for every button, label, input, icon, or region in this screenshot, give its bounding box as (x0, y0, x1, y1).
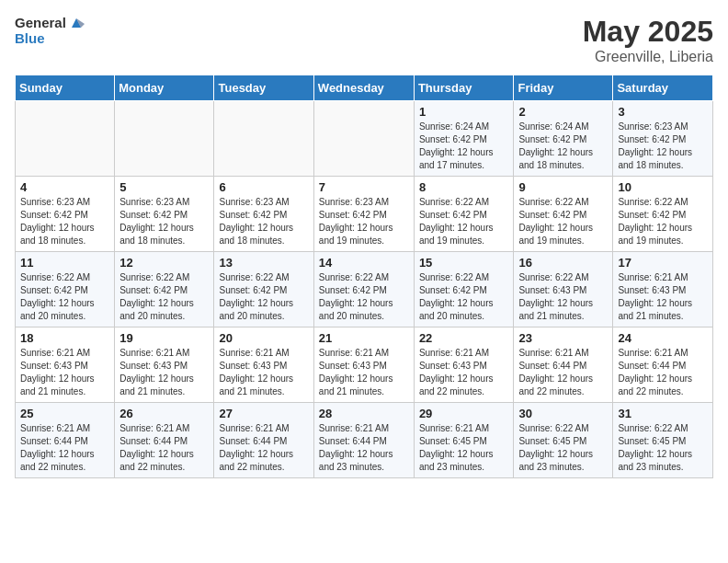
day-number: 29 (419, 407, 509, 420)
calendar-day-cell: 8Sunrise: 6:22 AM Sunset: 6:42 PM Daylig… (414, 177, 514, 252)
day-number: 30 (518, 407, 608, 420)
day-info: Sunrise: 6:22 AM Sunset: 6:42 PM Dayligh… (419, 271, 509, 323)
day-number: 12 (119, 256, 209, 270)
calendar-day-cell: 28Sunrise: 6:21 AM Sunset: 6:44 PM Dayli… (313, 403, 414, 478)
calendar-week-row: 18Sunrise: 6:21 AM Sunset: 6:43 PM Dayli… (16, 327, 713, 403)
day-info: Sunrise: 6:21 AM Sunset: 6:43 PM Dayligh… (419, 347, 509, 398)
logo-blue: Blue (15, 31, 85, 47)
day-info: Sunrise: 6:21 AM Sunset: 6:43 PM Dayligh… (618, 271, 708, 323)
day-number: 10 (618, 180, 708, 194)
day-info: Sunrise: 6:22 AM Sunset: 6:42 PM Dayligh… (518, 196, 608, 247)
day-number: 11 (20, 256, 109, 270)
calendar-week-row: 11Sunrise: 6:22 AM Sunset: 6:42 PM Dayli… (16, 252, 713, 327)
calendar-day-cell: 14Sunrise: 6:22 AM Sunset: 6:42 PM Dayli… (313, 252, 414, 327)
day-info: Sunrise: 6:21 AM Sunset: 6:43 PM Dayligh… (20, 347, 109, 398)
day-info: Sunrise: 6:22 AM Sunset: 6:45 PM Dayligh… (618, 422, 708, 474)
calendar-day-cell: 19Sunrise: 6:21 AM Sunset: 6:43 PM Dayli… (115, 327, 214, 403)
day-number: 28 (319, 407, 409, 420)
calendar-day-cell (313, 101, 414, 177)
calendar-day-cell: 10Sunrise: 6:22 AM Sunset: 6:42 PM Dayli… (613, 177, 713, 252)
weekday-header-row: SundayMondayTuesdayWednesdayThursdayFrid… (16, 75, 713, 101)
day-number: 25 (20, 407, 109, 420)
calendar-table: SundayMondayTuesdayWednesdayThursdayFrid… (15, 75, 713, 478)
day-info: Sunrise: 6:24 AM Sunset: 6:42 PM Dayligh… (419, 121, 509, 172)
day-number: 21 (319, 331, 409, 345)
day-info: Sunrise: 6:21 AM Sunset: 6:44 PM Dayligh… (319, 422, 409, 474)
weekday-header-cell: Sunday (16, 75, 115, 101)
logo-triangle-icon (68, 15, 85, 31)
calendar-day-cell: 11Sunrise: 6:22 AM Sunset: 6:42 PM Dayli… (16, 252, 115, 327)
day-info: Sunrise: 6:23 AM Sunset: 6:42 PM Dayligh… (119, 196, 209, 247)
month-year-title: May 2025 (583, 15, 713, 49)
calendar-day-cell: 31Sunrise: 6:22 AM Sunset: 6:45 PM Dayli… (613, 403, 713, 478)
day-info: Sunrise: 6:22 AM Sunset: 6:42 PM Dayligh… (419, 196, 509, 247)
day-number: 5 (119, 180, 209, 194)
calendar-day-cell: 15Sunrise: 6:22 AM Sunset: 6:42 PM Dayli… (414, 252, 514, 327)
day-number: 3 (618, 105, 708, 119)
calendar-day-cell (214, 101, 313, 177)
day-number: 14 (319, 256, 409, 270)
calendar-day-cell: 18Sunrise: 6:21 AM Sunset: 6:43 PM Dayli… (16, 327, 115, 403)
day-number: 9 (518, 180, 608, 194)
day-info: Sunrise: 6:21 AM Sunset: 6:44 PM Dayligh… (618, 347, 708, 398)
day-number: 19 (119, 331, 209, 345)
day-info: Sunrise: 6:23 AM Sunset: 6:42 PM Dayligh… (618, 121, 708, 172)
logo-general: General (15, 16, 66, 31)
weekday-header-cell: Tuesday (214, 75, 313, 101)
day-number: 27 (219, 407, 308, 420)
day-number: 16 (518, 256, 608, 270)
day-info: Sunrise: 6:21 AM Sunset: 6:43 PM Dayligh… (219, 347, 308, 398)
calendar-day-cell: 9Sunrise: 6:22 AM Sunset: 6:42 PM Daylig… (514, 177, 613, 252)
day-number: 15 (419, 256, 509, 270)
page-header: General Blue May 2025 Greenville, Liberi… (15, 15, 713, 65)
day-number: 26 (119, 407, 209, 420)
calendar-day-cell: 26Sunrise: 6:21 AM Sunset: 6:44 PM Dayli… (115, 403, 214, 478)
day-info: Sunrise: 6:22 AM Sunset: 6:43 PM Dayligh… (518, 271, 608, 323)
weekday-header-cell: Monday (115, 75, 214, 101)
title-block: May 2025 Greenville, Liberia (583, 15, 713, 65)
calendar-day-cell: 23Sunrise: 6:21 AM Sunset: 6:44 PM Dayli… (514, 327, 613, 403)
calendar-day-cell: 4Sunrise: 6:23 AM Sunset: 6:42 PM Daylig… (16, 177, 115, 252)
calendar-day-cell: 1Sunrise: 6:24 AM Sunset: 6:42 PM Daylig… (414, 101, 514, 177)
calendar-day-cell: 21Sunrise: 6:21 AM Sunset: 6:43 PM Dayli… (313, 327, 414, 403)
day-info: Sunrise: 6:22 AM Sunset: 6:42 PM Dayligh… (319, 271, 409, 323)
day-number: 18 (20, 331, 109, 345)
day-info: Sunrise: 6:22 AM Sunset: 6:45 PM Dayligh… (518, 422, 608, 474)
logo-text: General Blue (15, 15, 85, 47)
day-number: 24 (618, 331, 708, 345)
day-number: 1 (419, 105, 509, 119)
calendar-body: 1Sunrise: 6:24 AM Sunset: 6:42 PM Daylig… (16, 101, 713, 478)
calendar-day-cell: 7Sunrise: 6:23 AM Sunset: 6:42 PM Daylig… (313, 177, 414, 252)
calendar-day-cell (16, 101, 115, 177)
calendar-day-cell: 24Sunrise: 6:21 AM Sunset: 6:44 PM Dayli… (613, 327, 713, 403)
day-number: 6 (219, 180, 308, 194)
day-number: 20 (219, 331, 308, 345)
day-number: 7 (319, 180, 409, 194)
logo: General Blue (15, 15, 85, 47)
weekday-header-cell: Wednesday (313, 75, 414, 101)
location-subtitle: Greenville, Liberia (583, 49, 713, 65)
calendar-day-cell: 12Sunrise: 6:22 AM Sunset: 6:42 PM Dayli… (115, 252, 214, 327)
weekday-header-cell: Saturday (613, 75, 713, 101)
day-number: 22 (419, 331, 509, 345)
day-info: Sunrise: 6:22 AM Sunset: 6:42 PM Dayligh… (20, 271, 109, 323)
calendar-day-cell: 29Sunrise: 6:21 AM Sunset: 6:45 PM Dayli… (414, 403, 514, 478)
calendar-day-cell: 20Sunrise: 6:21 AM Sunset: 6:43 PM Dayli… (214, 327, 313, 403)
calendar-day-cell: 6Sunrise: 6:23 AM Sunset: 6:42 PM Daylig… (214, 177, 313, 252)
calendar-day-cell: 3Sunrise: 6:23 AM Sunset: 6:42 PM Daylig… (613, 101, 713, 177)
day-info: Sunrise: 6:23 AM Sunset: 6:42 PM Dayligh… (319, 196, 409, 247)
day-number: 13 (219, 256, 308, 270)
day-number: 4 (20, 180, 109, 194)
calendar-week-row: 25Sunrise: 6:21 AM Sunset: 6:44 PM Dayli… (16, 403, 713, 478)
day-info: Sunrise: 6:22 AM Sunset: 6:42 PM Dayligh… (219, 271, 308, 323)
calendar-day-cell: 17Sunrise: 6:21 AM Sunset: 6:43 PM Dayli… (613, 252, 713, 327)
day-info: Sunrise: 6:23 AM Sunset: 6:42 PM Dayligh… (20, 196, 109, 247)
day-info: Sunrise: 6:21 AM Sunset: 6:44 PM Dayligh… (119, 422, 209, 474)
calendar-week-row: 1Sunrise: 6:24 AM Sunset: 6:42 PM Daylig… (16, 101, 713, 177)
calendar-day-cell: 2Sunrise: 6:24 AM Sunset: 6:42 PM Daylig… (514, 101, 613, 177)
day-number: 2 (518, 105, 608, 119)
calendar-day-cell: 25Sunrise: 6:21 AM Sunset: 6:44 PM Dayli… (16, 403, 115, 478)
day-info: Sunrise: 6:21 AM Sunset: 6:44 PM Dayligh… (20, 422, 109, 474)
day-info: Sunrise: 6:21 AM Sunset: 6:44 PM Dayligh… (518, 347, 608, 398)
calendar-day-cell: 30Sunrise: 6:22 AM Sunset: 6:45 PM Dayli… (514, 403, 613, 478)
